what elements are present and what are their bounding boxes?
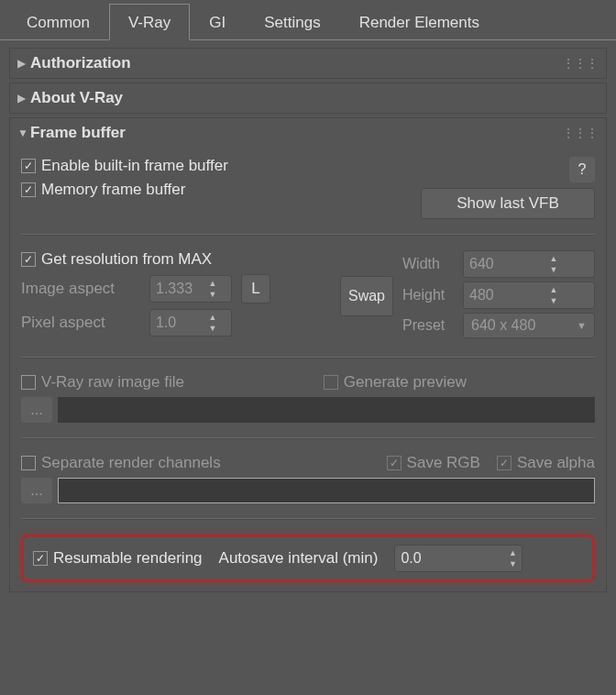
spinner-down-icon[interactable]: ▼ xyxy=(546,295,561,306)
channels-path-field[interactable] xyxy=(58,478,595,503)
preset-label: Preset xyxy=(402,317,456,334)
drag-handle-icon[interactable]: ⋮⋮⋮ xyxy=(563,127,599,139)
image-aspect-spinner[interactable]: ▲▼ xyxy=(149,275,232,303)
check-enable-builtin[interactable]: Enable built-in frame buffer xyxy=(21,157,228,175)
show-last-vfb-button[interactable]: Show last VFB xyxy=(421,188,595,219)
image-aspect-label: Image aspect xyxy=(21,280,140,298)
check-generate-preview[interactable]: Generate preview xyxy=(324,373,467,392)
rollout-header-authorization[interactable]: ▶ Authorization ⋮⋮⋮ xyxy=(10,49,606,78)
rollout-authorization: ▶ Authorization ⋮⋮⋮ xyxy=(9,48,607,79)
check-get-resolution[interactable]: Get resolution from MAX xyxy=(21,250,212,269)
help-button[interactable]: ? xyxy=(569,157,595,182)
check-save-alpha[interactable]: Save alpha xyxy=(497,454,595,472)
dropdown-caret-icon: ▼ xyxy=(577,320,587,331)
check-label: Separate render channels xyxy=(41,454,221,472)
panel-content: ▶ Authorization ⋮⋮⋮ ▶ About V-Ray ▼ Fram… xyxy=(0,40,616,603)
check-label: Generate preview xyxy=(344,373,467,392)
rollout-body-framebuffer: Enable built-in frame buffer Memory fram… xyxy=(10,148,606,591)
tab-gi[interactable]: GI xyxy=(190,4,245,39)
width-label: Width xyxy=(402,256,456,272)
checkbox-icon xyxy=(21,182,36,197)
checkbox-icon xyxy=(33,551,48,566)
rollout-title: Frame buffer xyxy=(30,124,563,142)
swap-button[interactable]: Swap xyxy=(340,276,393,316)
raw-image-path-field[interactable] xyxy=(58,397,595,423)
check-memory-fb[interactable]: Memory frame buffer xyxy=(21,181,185,199)
checkbox-icon xyxy=(21,456,36,470)
tab-bar: Common V-Ray GI Settings Render Elements xyxy=(0,0,616,40)
autosave-input[interactable] xyxy=(395,550,505,567)
check-label: Enable built-in frame buffer xyxy=(41,157,228,175)
check-label: Resumable rendering xyxy=(53,549,203,568)
spinner-up-icon[interactable]: ▲ xyxy=(205,278,220,289)
browse-channels-button[interactable]: ... xyxy=(21,478,52,503)
rollout-framebuffer: ▼ Frame buffer ⋮⋮⋮ Enable built-in frame… xyxy=(9,117,607,592)
check-label: Save RGB xyxy=(407,454,480,472)
spinner-down-icon[interactable]: ▼ xyxy=(205,289,220,300)
preset-value: 640 x 480 xyxy=(471,317,535,334)
separator xyxy=(21,357,595,359)
rollout-title: About V-Ray xyxy=(30,89,599,107)
spinner-up-icon[interactable]: ▲ xyxy=(546,284,561,295)
lock-aspect-button[interactable]: L xyxy=(241,274,270,303)
rollout-header-about[interactable]: ▶ About V-Ray xyxy=(10,83,606,113)
pixel-aspect-input xyxy=(150,314,205,331)
collapse-arrow-icon: ▼ xyxy=(17,127,30,139)
expand-arrow-icon: ▶ xyxy=(17,57,30,70)
drag-handle-icon[interactable]: ⋮⋮⋮ xyxy=(563,57,599,70)
autosave-spinner[interactable]: ▲▼ xyxy=(394,545,522,572)
check-label: Save alpha xyxy=(517,454,595,472)
separator xyxy=(21,518,595,520)
rollout-title: Authorization xyxy=(30,54,563,72)
checkbox-icon xyxy=(21,159,36,173)
checkbox-icon xyxy=(387,456,402,470)
pixel-aspect-spinner[interactable]: ▲▼ xyxy=(149,309,232,336)
browse-raw-button[interactable]: ... xyxy=(21,397,52,423)
spinner-down-icon[interactable]: ▼ xyxy=(546,264,561,275)
checkbox-icon xyxy=(324,375,338,390)
height-label: Height xyxy=(402,287,456,303)
spinner-down-icon[interactable]: ▼ xyxy=(205,323,220,334)
resumable-highlight: Resumable rendering Autosave interval (m… xyxy=(21,535,595,582)
spinner-up-icon[interactable]: ▲ xyxy=(205,312,220,323)
check-raw-image[interactable]: V-Ray raw image file xyxy=(21,373,184,392)
spinner-down-icon[interactable]: ▼ xyxy=(505,558,520,569)
height-spinner[interactable]: ▲▼ xyxy=(463,281,595,309)
tab-common[interactable]: Common xyxy=(7,4,109,39)
checkbox-icon xyxy=(497,456,512,470)
tab-render-elements[interactable]: Render Elements xyxy=(340,4,499,39)
check-separate-channels[interactable]: Separate render channels xyxy=(21,454,221,472)
separator xyxy=(21,234,595,236)
check-save-rgb[interactable]: Save RGB xyxy=(387,454,480,472)
spinner-up-icon[interactable]: ▲ xyxy=(546,253,561,264)
image-aspect-input xyxy=(150,281,205,297)
check-label: Get resolution from MAX xyxy=(41,250,212,269)
rollout-header-framebuffer[interactable]: ▼ Frame buffer ⋮⋮⋮ xyxy=(10,118,606,148)
pixel-aspect-label: Pixel aspect xyxy=(21,314,140,332)
expand-arrow-icon: ▶ xyxy=(17,92,30,105)
checkbox-icon xyxy=(21,252,36,267)
preset-select[interactable]: 640 x 480 ▼ xyxy=(463,313,595,338)
separator xyxy=(21,437,595,439)
checkbox-icon xyxy=(21,375,36,390)
spinner-up-icon[interactable]: ▲ xyxy=(505,547,520,558)
check-label: V-Ray raw image file xyxy=(41,373,184,392)
check-resumable[interactable]: Resumable rendering xyxy=(33,549,203,568)
width-spinner[interactable]: ▲▼ xyxy=(463,250,595,278)
rollout-about: ▶ About V-Ray xyxy=(9,83,607,114)
tab-vray[interactable]: V-Ray xyxy=(109,4,190,40)
tab-settings[interactable]: Settings xyxy=(245,4,339,39)
autosave-label: Autosave interval (min) xyxy=(219,549,379,568)
width-input xyxy=(464,256,546,272)
check-label: Memory frame buffer xyxy=(41,181,185,199)
height-input xyxy=(464,287,546,303)
